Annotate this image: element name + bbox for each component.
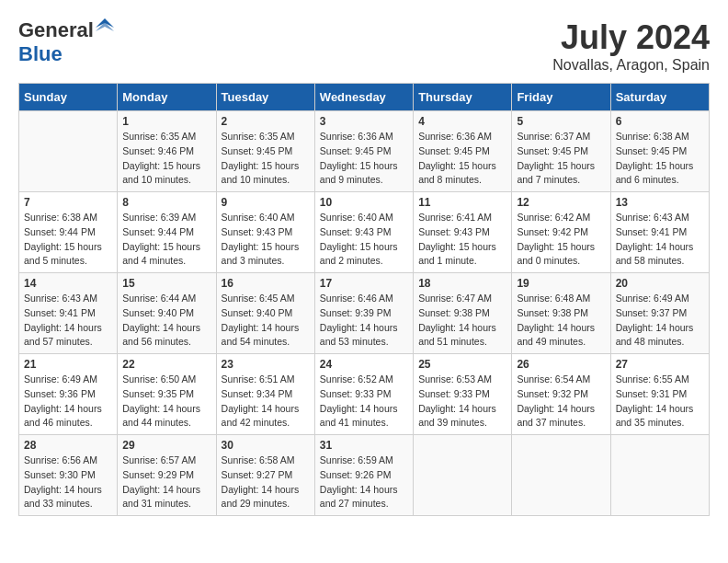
day-info: Sunrise: 6:56 AMSunset: 9:30 PMDaylight:… [24,454,112,511]
day-number: 10 [320,196,408,209]
calendar-cell: 12Sunrise: 6:42 AMSunset: 9:42 PMDayligh… [512,192,610,273]
calendar-cell: 31Sunrise: 6:59 AMSunset: 9:26 PMDayligh… [314,435,413,516]
daylight: Daylight: 14 hours and 49 minutes. [517,322,595,348]
weekday-header-row: SundayMondayTuesdayWednesdayThursdayFrid… [19,84,710,111]
calendar-cell: 1Sunrise: 6:35 AMSunset: 9:46 PMDaylight… [118,111,216,192]
sunset: Sunset: 9:41 PM [24,307,96,318]
calendar-cell: 15Sunrise: 6:44 AMSunset: 9:40 PMDayligh… [118,273,216,354]
day-number: 29 [122,439,210,452]
calendar-cell: 20Sunrise: 6:49 AMSunset: 9:37 PMDayligh… [610,273,709,354]
daylight: Daylight: 15 hours and 0 minutes. [517,241,595,267]
day-info: Sunrise: 6:47 AMSunset: 9:38 PMDaylight:… [418,292,506,350]
day-info: Sunrise: 6:35 AMSunset: 9:45 PMDaylight:… [222,130,310,188]
sunset: Sunset: 9:31 PM [616,388,688,399]
sunset: Sunset: 9:39 PM [320,307,392,318]
sunrise: Sunrise: 6:58 AM [222,454,295,465]
sunset: Sunset: 9:43 PM [320,226,392,237]
sunrise: Sunrise: 6:36 AM [418,131,492,142]
sunrise: Sunrise: 6:49 AM [24,373,97,385]
daylight: Daylight: 15 hours and 6 minutes. [616,160,694,186]
calendar-cell: 30Sunrise: 6:58 AMSunset: 9:27 PMDayligh… [216,435,314,516]
daylight: Daylight: 15 hours and 8 minutes. [418,160,496,186]
daylight: Daylight: 15 hours and 3 minutes. [222,241,300,267]
sunset: Sunset: 9:26 PM [320,469,392,480]
calendar-week-row: 7Sunrise: 6:38 AMSunset: 9:44 PMDaylight… [19,192,710,273]
day-number: 31 [320,439,408,452]
sunset: Sunset: 9:34 PM [222,388,293,399]
day-info: Sunrise: 6:40 AMSunset: 9:43 PMDaylight:… [222,211,310,269]
day-number: 27 [616,358,704,371]
daylight: Daylight: 14 hours and 56 minutes. [122,322,200,348]
calendar-cell: 7Sunrise: 6:38 AMSunset: 9:44 PMDaylight… [19,192,118,273]
day-info: Sunrise: 6:41 AMSunset: 9:43 PMDaylight:… [418,211,506,269]
sunrise: Sunrise: 6:36 AM [320,131,393,142]
daylight: Daylight: 15 hours and 7 minutes. [517,160,595,186]
sunset: Sunset: 9:43 PM [418,226,490,237]
calendar-cell [19,111,118,192]
calendar-cell: 27Sunrise: 6:55 AMSunset: 9:31 PMDayligh… [610,354,709,435]
sunrise: Sunrise: 6:41 AM [418,212,492,223]
sunrise: Sunrise: 6:45 AM [222,293,295,304]
sunset: Sunset: 9:38 PM [517,307,588,318]
sunrise: Sunrise: 6:57 AM [122,454,196,465]
day-number: 6 [616,115,704,128]
calendar-cell [610,435,709,516]
calendar-cell: 3Sunrise: 6:36 AMSunset: 9:45 PMDaylight… [314,111,413,192]
day-number: 17 [320,277,408,290]
sunrise: Sunrise: 6:39 AM [122,212,196,223]
calendar-cell [512,435,610,516]
weekday-header-sunday: Sunday [19,84,118,111]
day-number: 11 [418,196,506,209]
sunset: Sunset: 9:36 PM [24,388,96,399]
weekday-header-friday: Friday [512,84,610,111]
sunrise: Sunrise: 6:54 AM [517,373,590,385]
day-info: Sunrise: 6:45 AMSunset: 9:40 PMDaylight:… [222,292,310,350]
day-number: 15 [122,277,210,290]
daylight: Daylight: 14 hours and 29 minutes. [222,484,300,510]
sunset: Sunset: 9:33 PM [418,388,490,399]
sunrise: Sunrise: 6:38 AM [24,212,97,223]
sunrise: Sunrise: 6:38 AM [616,131,689,142]
calendar-cell: 14Sunrise: 6:43 AMSunset: 9:41 PMDayligh… [19,273,118,354]
day-number: 7 [24,196,112,209]
sunset: Sunset: 9:43 PM [222,226,293,237]
day-number: 24 [320,358,408,371]
day-info: Sunrise: 6:50 AMSunset: 9:35 PMDaylight:… [122,373,210,431]
day-info: Sunrise: 6:59 AMSunset: 9:26 PMDaylight:… [320,454,408,511]
calendar-cell: 29Sunrise: 6:57 AMSunset: 9:29 PMDayligh… [118,435,216,516]
day-info: Sunrise: 6:42 AMSunset: 9:42 PMDaylight:… [517,211,605,269]
daylight: Daylight: 14 hours and 33 minutes. [24,484,102,510]
sunset: Sunset: 9:42 PM [517,226,588,237]
daylight: Daylight: 14 hours and 58 minutes. [616,241,694,267]
day-number: 13 [616,196,704,209]
sunset: Sunset: 9:46 PM [122,145,194,156]
sunset: Sunset: 9:44 PM [122,226,194,237]
logo-general: General [18,18,94,41]
sunrise: Sunrise: 6:52 AM [320,373,393,385]
logo: General Blue [18,18,114,66]
sunset: Sunset: 9:33 PM [320,388,392,399]
sunrise: Sunrise: 6:59 AM [320,454,393,465]
calendar-cell: 25Sunrise: 6:53 AMSunset: 9:33 PMDayligh… [414,354,512,435]
day-number: 16 [222,277,310,290]
month-year: July 2024 [552,18,710,57]
day-number: 30 [222,439,310,452]
day-info: Sunrise: 6:36 AMSunset: 9:45 PMDaylight:… [320,130,408,188]
day-info: Sunrise: 6:35 AMSunset: 9:46 PMDaylight:… [122,130,210,188]
daylight: Daylight: 15 hours and 10 minutes. [122,160,200,186]
weekday-header-saturday: Saturday [610,84,709,111]
daylight: Daylight: 15 hours and 10 minutes. [222,160,300,186]
sunset: Sunset: 9:44 PM [24,226,96,237]
day-info: Sunrise: 6:40 AMSunset: 9:43 PMDaylight:… [320,211,408,269]
sunrise: Sunrise: 6:43 AM [24,293,97,304]
page-header: General Blue July 2024 Novallas, Aragon,… [18,18,710,74]
day-number: 12 [517,196,605,209]
calendar-cell: 22Sunrise: 6:50 AMSunset: 9:35 PMDayligh… [118,354,216,435]
day-number: 9 [222,196,310,209]
calendar-week-row: 1Sunrise: 6:35 AMSunset: 9:46 PMDaylight… [19,111,710,192]
calendar-cell: 6Sunrise: 6:38 AMSunset: 9:45 PMDaylight… [610,111,709,192]
location: Novallas, Aragon, Spain [552,57,710,74]
day-number: 8 [122,196,210,209]
sunrise: Sunrise: 6:53 AM [418,373,492,385]
sunset: Sunset: 9:35 PM [122,388,194,399]
